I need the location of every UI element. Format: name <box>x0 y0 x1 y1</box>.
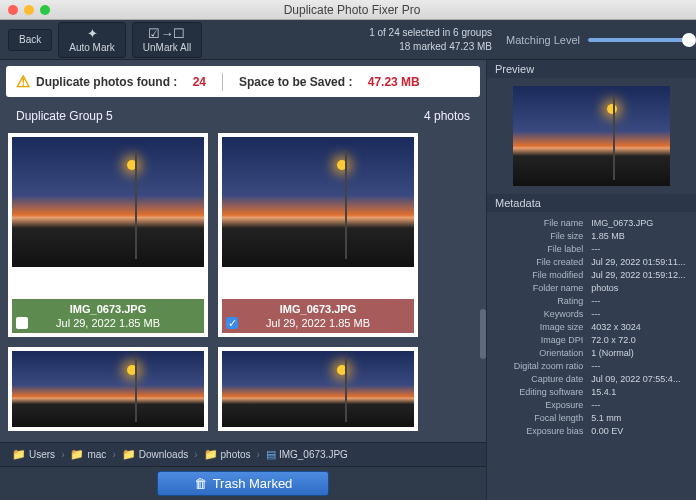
file-icon: ▤ <box>266 448 276 461</box>
unmark-icon: ☑→☐ <box>148 27 185 40</box>
main-panel: ⚠ Duplicate photos found : 24 Space to b… <box>0 60 486 500</box>
metadata-row: Orientation1 (Normal) <box>487 346 696 359</box>
metadata-row: Digital zoom ratio--- <box>487 359 696 372</box>
folder-icon: 📁 <box>122 448 136 461</box>
warning-icon: ⚠ <box>16 72 30 91</box>
side-panel: Preview Metadata File nameIMG_0673.JPGFi… <box>486 60 696 500</box>
group-count: 4 photos <box>424 109 470 123</box>
thumbnail[interactable] <box>12 351 204 427</box>
metadata-row: Keywords--- <box>487 307 696 320</box>
toolbar: Back ✦Auto Mark ☑→☐UnMark All 1 of 24 se… <box>0 20 696 60</box>
trash-marked-button[interactable]: 🗑Trash Marked <box>157 471 330 496</box>
metadata-row: File label--- <box>487 242 696 255</box>
photo-caption: ✓ IMG_0673.JPG Jul 29, 2022 1.85 MB <box>222 299 414 333</box>
metadata-row: File modifiedJul 29, 2022 01:59:12... <box>487 268 696 281</box>
trash-icon: 🗑 <box>194 476 207 491</box>
metadata-row: Exposure--- <box>487 398 696 411</box>
folder-icon: 📁 <box>12 448 26 461</box>
scrollbar[interactable] <box>480 309 486 359</box>
matching-level: Matching Level <box>506 34 688 46</box>
breadcrumb-item[interactable]: 📁Downloads <box>118 447 192 462</box>
thumbnail[interactable] <box>222 137 414 267</box>
metadata-row: Folder namephotos <box>487 281 696 294</box>
mark-checkbox[interactable] <box>16 317 28 329</box>
metadata-row: File nameIMG_0673.JPG <box>487 216 696 229</box>
back-button[interactable]: Back <box>8 29 52 51</box>
metadata-row: Editing software15.4.1 <box>487 385 696 398</box>
preview-image[interactable] <box>513 86 670 186</box>
folder-icon: 📁 <box>204 448 218 461</box>
breadcrumb: 📁Users›📁mac›📁Downloads›📁photos›▤IMG_0673… <box>0 442 486 466</box>
window-title: Duplicate Photo Fixer Pro <box>56 3 648 17</box>
photo-card[interactable] <box>8 347 208 431</box>
metadata-row: Image DPI72.0 x 72.0 <box>487 333 696 346</box>
matching-slider[interactable] <box>588 38 688 42</box>
folder-icon: 📁 <box>70 448 84 461</box>
metadata-header: Metadata <box>487 194 696 212</box>
thumbnail-grid: IMG_0673.JPG Jul 29, 2022 1.85 MB ✓ IMG_… <box>0 129 486 442</box>
mark-checkbox[interactable]: ✓ <box>226 317 238 329</box>
preview-pane <box>487 82 696 194</box>
selection-status: 1 of 24 selected in 6 groups 18 marked 4… <box>369 26 492 54</box>
metadata-row: File size1.85 MB <box>487 229 696 242</box>
group-name: Duplicate Group 5 <box>16 109 113 123</box>
unmark-button[interactable]: ☑→☐UnMark All <box>132 22 202 58</box>
preview-header: Preview <box>487 60 696 78</box>
breadcrumb-item[interactable]: 📁mac <box>66 447 110 462</box>
wand-icon: ✦ <box>87 27 98 40</box>
metadata-row: File createdJul 29, 2022 01:59:11... <box>487 255 696 268</box>
metadata-row: Focal length5.1 mm <box>487 411 696 424</box>
thumbnail[interactable] <box>12 137 204 267</box>
metadata-row: Rating--- <box>487 294 696 307</box>
close-icon[interactable] <box>8 5 18 15</box>
titlebar: Duplicate Photo Fixer Pro <box>0 0 696 20</box>
thumbnail[interactable] <box>222 351 414 427</box>
breadcrumb-item[interactable]: 📁photos <box>200 447 255 462</box>
footer: 🗑Trash Marked <box>0 466 486 500</box>
minimize-icon[interactable] <box>24 5 34 15</box>
zoom-icon[interactable] <box>40 5 50 15</box>
breadcrumb-item[interactable]: ▤IMG_0673.JPG <box>262 447 352 462</box>
breadcrumb-item[interactable]: 📁Users <box>8 447 59 462</box>
summary-bar: ⚠ Duplicate photos found : 24 Space to b… <box>6 66 480 97</box>
photo-caption: IMG_0673.JPG Jul 29, 2022 1.85 MB <box>12 299 204 333</box>
metadata-row: Exposure bias0.00 EV <box>487 424 696 437</box>
group-header: Duplicate Group 5 4 photos <box>6 103 480 129</box>
photo-card[interactable]: ✓ IMG_0673.JPG Jul 29, 2022 1.85 MB <box>218 133 418 337</box>
automark-button[interactable]: ✦Auto Mark <box>58 22 126 58</box>
photo-card[interactable]: IMG_0673.JPG Jul 29, 2022 1.85 MB <box>8 133 208 337</box>
metadata-table: File nameIMG_0673.JPGFile size1.85 MBFil… <box>487 216 696 496</box>
metadata-row: Capture dateJul 09, 2022 07:55:4... <box>487 372 696 385</box>
metadata-row: Image size4032 x 3024 <box>487 320 696 333</box>
slider-knob[interactable] <box>682 33 696 47</box>
photo-card[interactable] <box>218 347 418 431</box>
